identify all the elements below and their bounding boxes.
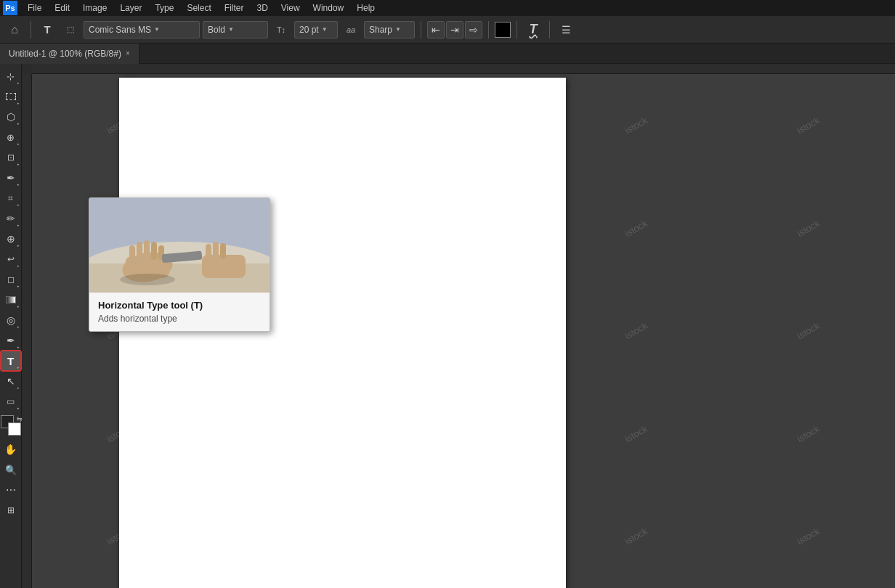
svg-rect-12 xyxy=(206,244,211,260)
options-toolbar: ⌂ T ⬚ Comic Sans MS ▼ Bold ▼ T↕ 20 pt ▼ … xyxy=(0,16,895,44)
character-panel-button[interactable]: ☰ xyxy=(556,20,576,40)
main-area: ⊹ ▸ ▸ ⬡ ▸ ⊕ ▸ ⊡ ▸ ✒ ▸ ⌗ ▸ xyxy=(0,64,895,588)
menu-filter[interactable]: Filter xyxy=(219,1,250,15)
move-tool[interactable]: ⊹ ▸ xyxy=(1,67,20,86)
font-size-icon: T↕ xyxy=(271,20,291,40)
gradient-icon xyxy=(6,296,16,303)
menu-image[interactable]: Image xyxy=(77,1,113,15)
antialiasing-value: Sharp xyxy=(369,25,392,35)
text-align-group: ⇤ ⇥ ⇨ xyxy=(427,21,482,38)
healing-icon: ⌗ xyxy=(8,193,13,203)
healing-brush-tool[interactable]: ⌗ ▸ xyxy=(1,189,20,208)
document-tab[interactable]: Untitled-1 @ 100% (RGB/8#) × xyxy=(0,44,139,64)
frame-tool-icon: ⊞ xyxy=(7,505,15,515)
watermark-14: istock xyxy=(708,243,895,418)
frame-tool[interactable]: ⊞ xyxy=(1,501,20,520)
zoom-tool-icon: 🔍 xyxy=(5,465,17,475)
left-toolbar: ⊹ ▸ ▸ ⬡ ▸ ⊕ ▸ ⊡ ▸ ✒ ▸ ⌗ ▸ xyxy=(0,64,22,588)
menu-help[interactable]: Help xyxy=(351,1,381,15)
quick-select-tool[interactable]: ⊕ ▸ xyxy=(1,128,20,147)
font-family-value: Comic Sans MS xyxy=(89,25,151,35)
top-ruler xyxy=(32,64,895,74)
tool-tooltip-popup: Horizontal Type tool (T) Adds horizontal… xyxy=(89,197,270,332)
dodge-tool[interactable]: ◎ ▸ xyxy=(1,311,20,330)
antialiasing-dropdown[interactable]: Sharp ▼ xyxy=(364,21,415,38)
canvas-row: istock istock istock istock istock istoc… xyxy=(22,74,895,588)
separator-2 xyxy=(421,21,421,38)
shape-tool[interactable]: ▭ ▸ xyxy=(1,392,20,411)
hand-tool[interactable]: ✋ xyxy=(1,440,20,459)
tooltip-image xyxy=(89,198,270,293)
align-right-button[interactable]: ⇨ xyxy=(465,21,482,38)
clone-stamp-icon: ⊕ xyxy=(7,233,15,245)
align-center-button[interactable]: ⇥ xyxy=(446,21,463,38)
menu-type[interactable]: Type xyxy=(149,1,179,15)
history-brush-icon: ↩ xyxy=(7,254,15,264)
left-ruler xyxy=(22,74,32,588)
tooltip-content: Horizontal Type tool (T) Adds horizontal… xyxy=(89,293,270,331)
font-style-chevron: ▼ xyxy=(228,26,234,33)
tab-close-button[interactable]: × xyxy=(126,49,130,57)
menu-view[interactable]: View xyxy=(275,1,306,15)
tooltip-img-content xyxy=(89,198,270,293)
font-family-dropdown[interactable]: Comic Sans MS ▼ xyxy=(84,21,200,38)
eraser-tool[interactable]: ◻ ▸ xyxy=(1,270,20,289)
tooltip-title: Horizontal Type tool (T) xyxy=(98,300,261,311)
document-canvas[interactable] xyxy=(119,78,566,588)
font-style-value: Bold xyxy=(208,25,225,35)
move-tool-icon: ⊹ xyxy=(7,71,15,82)
background-color[interactable] xyxy=(8,422,21,436)
font-size-dropdown[interactable]: 20 pt ▼ xyxy=(294,21,338,38)
clone-stamp-tool[interactable]: ⊕ ▸ xyxy=(1,229,20,248)
dodge-icon: ◎ xyxy=(7,314,15,326)
type-tool[interactable]: T ▸ xyxy=(1,351,20,370)
watermark-4: istock xyxy=(708,74,895,213)
menu-select[interactable]: Select xyxy=(181,1,216,15)
warp-text-button[interactable]: T xyxy=(523,20,543,40)
crop-tool[interactable]: ⊡ ▸ xyxy=(1,148,20,167)
marquee-tool-icon xyxy=(6,93,16,100)
menu-layer[interactable]: Layer xyxy=(114,1,147,15)
menu-window[interactable]: Window xyxy=(307,1,350,15)
svg-rect-6 xyxy=(137,242,142,261)
switch-colors-icon[interactable]: ⇆ xyxy=(17,415,23,422)
tab-bar: Untitled-1 @ 100% (RGB/8#) × xyxy=(0,44,895,64)
font-style-dropdown[interactable]: Bold ▼ xyxy=(203,21,268,38)
text-color-swatch[interactable] xyxy=(495,22,511,38)
antialiasing-icon: aa xyxy=(341,20,361,40)
eraser-icon: ◻ xyxy=(7,274,15,285)
svg-point-10 xyxy=(120,274,175,285)
zoom-tool[interactable]: 🔍 xyxy=(1,460,20,479)
marquee-tool[interactable]: ▸ xyxy=(1,87,20,106)
menu-3d[interactable]: 3D xyxy=(251,1,273,15)
watermark-9: istock xyxy=(708,141,895,316)
eyedropper-icon: ✒ xyxy=(7,172,15,184)
font-family-chevron: ▼ xyxy=(154,26,160,33)
lasso-tool-icon: ⬡ xyxy=(7,111,15,123)
fg-bg-color-picker[interactable]: ⇆ xyxy=(1,415,21,436)
gradient-tool[interactable]: ▸ xyxy=(1,290,20,309)
hand-tool-icon: ✋ xyxy=(4,444,17,455)
eyedropper-tool[interactable]: ✒ ▸ xyxy=(1,168,20,187)
menu-file[interactable]: File xyxy=(22,1,47,15)
more-tools-icon: ⋯ xyxy=(6,484,16,496)
canvas-area[interactable]: istock istock istock istock istock istoc… xyxy=(32,74,895,588)
path-select-tool[interactable]: ↖ ▸ xyxy=(1,372,20,391)
separator-1 xyxy=(31,21,31,38)
path-select-icon: ↖ xyxy=(7,375,15,387)
brush-tool[interactable]: ✏ ▸ xyxy=(1,209,20,228)
toolbar-text-size-icon: ⬚ xyxy=(60,20,81,40)
pen-icon: ✒ xyxy=(7,335,15,346)
font-size-value: 20 pt xyxy=(299,25,319,35)
toolbar-text-tool-icon[interactable]: T xyxy=(37,20,57,40)
lasso-tool[interactable]: ⬡ ▸ xyxy=(1,107,20,126)
home-button[interactable]: ⌂ xyxy=(4,20,25,40)
align-left-button[interactable]: ⇤ xyxy=(427,21,445,38)
shape-tool-icon: ▭ xyxy=(7,396,15,407)
type-tool-icon: T xyxy=(7,355,14,367)
history-brush-tool[interactable]: ↩ ▸ xyxy=(1,250,20,269)
menu-edit[interactable]: Edit xyxy=(49,1,76,15)
tab-title: Untitled-1 @ 100% (RGB/8#) xyxy=(9,49,121,59)
pen-tool[interactable]: ✒ ▸ xyxy=(1,331,20,350)
more-tools-button[interactable]: ⋯ xyxy=(1,481,20,499)
